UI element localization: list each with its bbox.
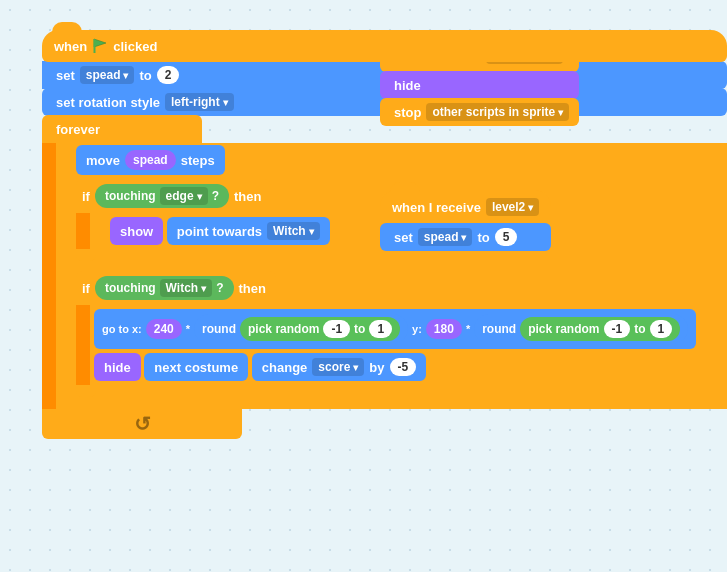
stop-option-dropdown[interactable]: other scripts in sprite xyxy=(426,103,569,121)
to-label: to xyxy=(139,68,151,83)
y-label: y: xyxy=(412,323,422,335)
mul2-label: * xyxy=(466,323,470,335)
level2-set-block: set spead to 5 xyxy=(380,223,551,251)
spead-reporter: spead xyxy=(125,150,176,170)
pos2-val[interactable]: 1 xyxy=(650,320,673,338)
score-value[interactable]: -5 xyxy=(390,358,417,376)
level2-event-dropdown[interactable]: level2 xyxy=(486,198,539,216)
then2-label: then xyxy=(239,281,266,296)
level2-to-label: to xyxy=(477,230,489,245)
receive-label2: when I receive xyxy=(392,200,481,215)
edge-dropdown[interactable]: edge xyxy=(160,187,208,205)
clicked-label: clicked xyxy=(113,39,157,54)
goto-block: go to x: 240 * round pick random -1 to 1 xyxy=(94,309,696,349)
hide-label: hide xyxy=(104,360,131,375)
show-label: show xyxy=(120,224,153,239)
next-costume-block: next costume xyxy=(144,353,248,381)
y-val-reporter: 180 xyxy=(426,319,462,339)
stop-block: stop other scripts in sprite xyxy=(380,98,579,126)
touching-witch-condition: touching Witch ? xyxy=(95,276,234,300)
level2-set-label: set xyxy=(394,230,413,245)
goto-label: go to x: xyxy=(102,323,142,335)
mul1-label: * xyxy=(186,323,190,335)
pos1-val[interactable]: 1 xyxy=(369,320,392,338)
rotation-style-dropdown[interactable]: left-right xyxy=(165,93,234,111)
stop-label: stop xyxy=(394,105,421,120)
when-clicked-hat: when clicked xyxy=(42,30,727,62)
score-dropdown[interactable]: score xyxy=(312,358,364,376)
gameover-hide-block: hide xyxy=(380,71,579,99)
level2-speed-value[interactable]: 5 xyxy=(495,228,518,246)
show-block: show xyxy=(110,217,163,245)
rotation-label: set rotation style xyxy=(56,95,160,110)
move-block: move spead steps xyxy=(76,145,225,175)
gameover-hide-label: hide xyxy=(394,78,421,93)
when-label: when xyxy=(54,39,87,54)
point-label: point towards xyxy=(177,224,262,239)
loop-arrow-icon: ↺ xyxy=(134,412,151,436)
neg2-val[interactable]: -1 xyxy=(604,320,631,338)
by-label: by xyxy=(369,360,384,375)
speed-var-dropdown[interactable]: spead xyxy=(80,66,135,84)
flag-icon xyxy=(92,38,108,54)
if1-header: if touching edge ? then xyxy=(76,179,271,213)
forever-block-header: forever xyxy=(42,115,202,143)
witch-dropdown[interactable]: Witch xyxy=(267,222,320,240)
change-label: change xyxy=(262,360,308,375)
if2-label: if xyxy=(82,281,90,296)
x-val-reporter: 240 xyxy=(146,319,182,339)
change-score-block: change score by -5 xyxy=(252,353,426,381)
if1-label: if xyxy=(82,189,90,204)
speed-value[interactable]: 2 xyxy=(157,66,180,84)
pick-random1-reporter: pick random -1 to 1 xyxy=(240,317,400,341)
next-costume-label: next costume xyxy=(154,360,238,375)
round2-reporter: round pick random -1 to 1 xyxy=(474,314,688,344)
svg-rect-1 xyxy=(94,39,96,53)
witch-touch-dropdown[interactable]: Witch xyxy=(160,279,213,297)
hide-block: hide xyxy=(94,353,141,381)
steps-label: steps xyxy=(181,153,215,168)
round1-reporter: round pick random -1 to 1 xyxy=(194,314,408,344)
set-label: set xyxy=(56,68,75,83)
move-label: move xyxy=(86,153,120,168)
neg1-val[interactable]: -1 xyxy=(323,320,350,338)
pick-random2-reporter: pick random -1 to 1 xyxy=(520,317,680,341)
touching-edge-condition: touching edge ? xyxy=(95,184,229,208)
level2-hat: when I receive level2 xyxy=(380,190,551,224)
svg-marker-0 xyxy=(94,39,106,47)
point-towards-block: point towards Witch xyxy=(167,217,330,245)
then1-label: then xyxy=(234,189,261,204)
forever-label: forever xyxy=(56,122,100,137)
if2-header: if touching Witch ? then xyxy=(76,271,276,305)
level2-spead-dropdown[interactable]: spead xyxy=(418,228,473,246)
